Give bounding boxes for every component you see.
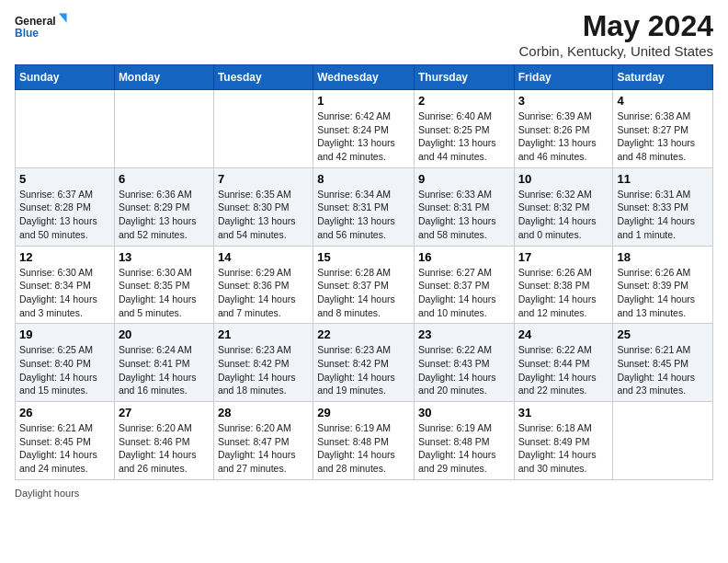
- calendar-day-header: Tuesday: [213, 65, 313, 90]
- day-info: Sunrise: 6:20 AM Sunset: 8:47 PM Dayligh…: [218, 421, 309, 476]
- calendar-cell: 29Sunrise: 6:19 AM Sunset: 8:48 PM Dayli…: [313, 402, 415, 480]
- calendar-cell: [16, 90, 115, 168]
- calendar-cell: 8Sunrise: 6:34 AM Sunset: 8:31 PM Daylig…: [313, 167, 415, 246]
- logo: General Blue: [15, 9, 70, 46]
- svg-marker-2: [59, 14, 67, 23]
- day-number: 9: [418, 172, 510, 186]
- calendar-cell: 21Sunrise: 6:23 AM Sunset: 8:42 PM Dayli…: [213, 324, 313, 402]
- day-info: Sunrise: 6:26 AM Sunset: 8:38 PM Dayligh…: [518, 266, 609, 320]
- day-info: Sunrise: 6:38 AM Sunset: 8:27 PM Dayligh…: [617, 109, 709, 164]
- calendar-day-header: Saturday: [613, 65, 713, 90]
- calendar-cell: 6Sunrise: 6:36 AM Sunset: 8:29 PM Daylig…: [114, 167, 213, 246]
- day-info: Sunrise: 6:18 AM Sunset: 8:49 PM Dayligh…: [518, 421, 609, 476]
- day-number: 3: [518, 94, 609, 108]
- title-block: May 2024 Corbin, Kentucky, United States: [519, 9, 714, 59]
- calendar-cell: 9Sunrise: 6:33 AM Sunset: 8:31 PM Daylig…: [414, 167, 514, 246]
- day-number: 20: [119, 327, 210, 341]
- calendar-cell: 1Sunrise: 6:42 AM Sunset: 8:24 PM Daylig…: [313, 90, 415, 168]
- calendar-header-row: SundayMondayTuesdayWednesdayThursdayFrid…: [16, 65, 713, 90]
- header: General Blue May 2024 Corbin, Kentucky, …: [15, 9, 713, 59]
- calendar-week-row: 26Sunrise: 6:21 AM Sunset: 8:45 PM Dayli…: [16, 402, 713, 480]
- page: General Blue May 2024 Corbin, Kentucky, …: [0, 0, 728, 563]
- calendar-cell: 25Sunrise: 6:21 AM Sunset: 8:45 PM Dayli…: [613, 324, 713, 402]
- day-info: Sunrise: 6:21 AM Sunset: 8:45 PM Dayligh…: [617, 343, 709, 397]
- calendar-cell: 23Sunrise: 6:22 AM Sunset: 8:43 PM Dayli…: [414, 324, 514, 402]
- day-number: 17: [518, 250, 609, 264]
- day-info: Sunrise: 6:39 AM Sunset: 8:26 PM Dayligh…: [518, 109, 609, 164]
- day-number: 15: [317, 250, 410, 264]
- day-info: Sunrise: 6:30 AM Sunset: 8:35 PM Dayligh…: [119, 266, 210, 320]
- calendar-cell: 31Sunrise: 6:18 AM Sunset: 8:49 PM Dayli…: [514, 402, 613, 480]
- calendar-cell: 5Sunrise: 6:37 AM Sunset: 8:28 PM Daylig…: [16, 167, 115, 246]
- footer: Daylight hours: [15, 488, 713, 499]
- day-number: 18: [617, 250, 709, 264]
- day-info: Sunrise: 6:31 AM Sunset: 8:33 PM Dayligh…: [617, 188, 709, 242]
- day-number: 16: [418, 250, 510, 264]
- day-number: 2: [418, 94, 510, 108]
- calendar-day-header: Friday: [514, 65, 613, 90]
- day-number: 26: [19, 406, 110, 419]
- calendar-week-row: 12Sunrise: 6:30 AM Sunset: 8:34 PM Dayli…: [16, 246, 713, 324]
- calendar-cell: 12Sunrise: 6:30 AM Sunset: 8:34 PM Dayli…: [16, 246, 115, 324]
- day-number: 22: [317, 327, 410, 341]
- subtitle: Corbin, Kentucky, United States: [519, 43, 714, 59]
- day-info: Sunrise: 6:42 AM Sunset: 8:24 PM Dayligh…: [317, 109, 410, 164]
- calendar-cell: 4Sunrise: 6:38 AM Sunset: 8:27 PM Daylig…: [613, 90, 713, 168]
- calendar-cell: 3Sunrise: 6:39 AM Sunset: 8:26 PM Daylig…: [514, 90, 613, 168]
- day-number: 6: [119, 172, 210, 186]
- calendar-day-header: Sunday: [16, 65, 115, 90]
- day-number: 8: [317, 172, 410, 186]
- calendar-cell: 16Sunrise: 6:27 AM Sunset: 8:37 PM Dayli…: [414, 246, 514, 324]
- day-info: Sunrise: 6:19 AM Sunset: 8:48 PM Dayligh…: [418, 421, 510, 476]
- day-number: 1: [317, 94, 410, 108]
- calendar-cell: 15Sunrise: 6:28 AM Sunset: 8:37 PM Dayli…: [313, 246, 415, 324]
- svg-text:Blue: Blue: [15, 27, 39, 40]
- day-info: Sunrise: 6:21 AM Sunset: 8:45 PM Dayligh…: [19, 421, 110, 476]
- calendar-week-row: 19Sunrise: 6:25 AM Sunset: 8:40 PM Dayli…: [16, 324, 713, 402]
- day-number: 14: [218, 250, 309, 264]
- day-number: 29: [317, 406, 410, 419]
- calendar-cell: 30Sunrise: 6:19 AM Sunset: 8:48 PM Dayli…: [414, 402, 514, 480]
- day-info: Sunrise: 6:29 AM Sunset: 8:36 PM Dayligh…: [218, 266, 309, 320]
- day-info: Sunrise: 6:23 AM Sunset: 8:42 PM Dayligh…: [218, 343, 309, 397]
- day-number: 31: [518, 406, 609, 419]
- calendar-cell: 26Sunrise: 6:21 AM Sunset: 8:45 PM Dayli…: [16, 402, 115, 480]
- day-number: 12: [19, 250, 110, 264]
- day-number: 27: [119, 406, 210, 419]
- day-info: Sunrise: 6:22 AM Sunset: 8:43 PM Dayligh…: [418, 343, 510, 397]
- day-info: Sunrise: 6:28 AM Sunset: 8:37 PM Dayligh…: [317, 266, 410, 320]
- calendar-cell: 17Sunrise: 6:26 AM Sunset: 8:38 PM Dayli…: [514, 246, 613, 324]
- day-number: 7: [218, 172, 309, 186]
- calendar-cell: 18Sunrise: 6:26 AM Sunset: 8:39 PM Dayli…: [613, 246, 713, 324]
- calendar-cell: [213, 90, 313, 168]
- calendar-cell: 2Sunrise: 6:40 AM Sunset: 8:25 PM Daylig…: [414, 90, 514, 168]
- day-info: Sunrise: 6:30 AM Sunset: 8:34 PM Dayligh…: [19, 266, 110, 320]
- calendar-cell: 14Sunrise: 6:29 AM Sunset: 8:36 PM Dayli…: [213, 246, 313, 324]
- calendar-day-header: Wednesday: [313, 65, 415, 90]
- day-number: 19: [19, 327, 110, 341]
- calendar-cell: 20Sunrise: 6:24 AM Sunset: 8:41 PM Dayli…: [114, 324, 213, 402]
- day-info: Sunrise: 6:32 AM Sunset: 8:32 PM Dayligh…: [518, 188, 609, 242]
- day-info: Sunrise: 6:24 AM Sunset: 8:41 PM Dayligh…: [119, 343, 210, 397]
- calendar-cell: 13Sunrise: 6:30 AM Sunset: 8:35 PM Dayli…: [114, 246, 213, 324]
- calendar-cell: 10Sunrise: 6:32 AM Sunset: 8:32 PM Dayli…: [514, 167, 613, 246]
- calendar-week-row: 1Sunrise: 6:42 AM Sunset: 8:24 PM Daylig…: [16, 90, 713, 168]
- calendar-week-row: 5Sunrise: 6:37 AM Sunset: 8:28 PM Daylig…: [16, 167, 713, 246]
- calendar-cell: 19Sunrise: 6:25 AM Sunset: 8:40 PM Dayli…: [16, 324, 115, 402]
- main-title: May 2024: [519, 9, 714, 43]
- day-info: Sunrise: 6:35 AM Sunset: 8:30 PM Dayligh…: [218, 188, 309, 242]
- day-number: 30: [418, 406, 510, 419]
- day-info: Sunrise: 6:25 AM Sunset: 8:40 PM Dayligh…: [19, 343, 110, 397]
- day-info: Sunrise: 6:33 AM Sunset: 8:31 PM Dayligh…: [418, 188, 510, 242]
- day-info: Sunrise: 6:22 AM Sunset: 8:44 PM Dayligh…: [518, 343, 609, 397]
- svg-text:General: General: [15, 15, 56, 28]
- calendar: SundayMondayTuesdayWednesdayThursdayFrid…: [15, 64, 713, 480]
- day-info: Sunrise: 6:34 AM Sunset: 8:31 PM Dayligh…: [317, 188, 410, 242]
- calendar-cell: 24Sunrise: 6:22 AM Sunset: 8:44 PM Dayli…: [514, 324, 613, 402]
- day-number: 28: [218, 406, 309, 419]
- day-info: Sunrise: 6:36 AM Sunset: 8:29 PM Dayligh…: [119, 188, 210, 242]
- day-info: Sunrise: 6:40 AM Sunset: 8:25 PM Dayligh…: [418, 109, 510, 164]
- day-number: 10: [518, 172, 609, 186]
- day-info: Sunrise: 6:23 AM Sunset: 8:42 PM Dayligh…: [317, 343, 410, 397]
- calendar-day-header: Thursday: [414, 65, 514, 90]
